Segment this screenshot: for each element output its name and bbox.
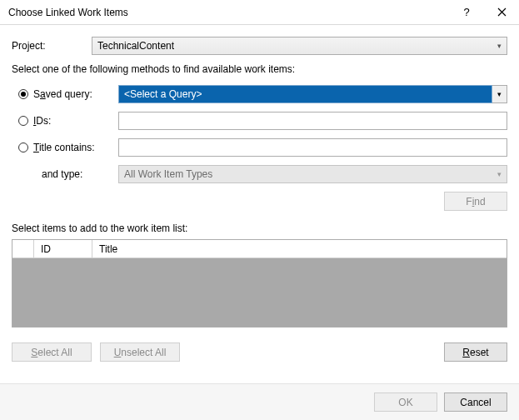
ids-radio[interactable] — [18, 116, 28, 126]
type-value: All Work Item Types — [124, 168, 212, 180]
saved-query-label: Saved query: — [33, 88, 92, 100]
project-label: Project: — [12, 40, 92, 52]
window-title: Choose Linked Work Items — [8, 7, 449, 18]
ids-label: IDs: — [33, 115, 51, 127]
saved-query-row: Saved query: <Select a Query> ▾ — [12, 85, 507, 103]
titlebar: Choose Linked Work Items ? — [0, 0, 519, 25]
project-row: Project: TechnicalContent ▾ — [12, 37, 507, 55]
chevron-down-icon: ▾ — [497, 42, 502, 50]
dialog-content: Project: TechnicalContent ▾ Select one o… — [0, 25, 519, 380]
ids-row: IDs: — [12, 112, 507, 130]
type-label: and type: — [12, 168, 118, 180]
results-grid[interactable]: ID Title — [12, 239, 507, 328]
type-select: All Work Item Types ▾ — [118, 165, 507, 183]
grid-header: ID Title — [12, 240, 507, 258]
find-button[interactable]: Find — [444, 192, 507, 211]
title-contains-row: Title contains: — [12, 138, 507, 157]
saved-query-value: <Select a Query> — [124, 88, 202, 100]
grid-col-id[interactable]: ID — [34, 240, 92, 258]
help-button[interactable]: ? — [449, 0, 484, 25]
close-icon — [497, 8, 507, 17]
instruction-text: Select one of the following methods to f… — [12, 63, 507, 75]
ids-field[interactable] — [118, 112, 507, 130]
grid-col-select[interactable] — [12, 240, 34, 258]
chevron-down-icon: ▾ — [492, 85, 507, 103]
saved-query-radio[interactable] — [18, 89, 28, 99]
chevron-down-icon: ▾ — [497, 170, 502, 178]
cancel-button[interactable]: Cancel — [444, 392, 507, 412]
unselect-all-button[interactable]: Unselect All — [100, 342, 180, 362]
title-contains-radio[interactable] — [18, 142, 28, 152]
title-contains-label: Title contains: — [33, 142, 95, 153]
project-select[interactable]: TechnicalContent ▾ — [92, 37, 507, 55]
select-items-label: Select items to add to the work item lis… — [12, 222, 507, 234]
type-row: and type: All Work Item Types ▾ — [12, 165, 507, 183]
reset-button[interactable]: Reset — [444, 342, 507, 362]
close-button[interactable] — [484, 0, 519, 25]
select-all-button[interactable]: Select All — [12, 342, 92, 362]
ok-button[interactable]: OK — [374, 392, 437, 412]
dialog-footer: OK Cancel — [0, 383, 519, 420]
grid-body — [12, 258, 507, 327]
title-contains-field[interactable] — [118, 138, 507, 157]
saved-query-select[interactable]: <Select a Query> ▾ — [118, 85, 507, 103]
project-value: TechnicalContent — [97, 40, 174, 52]
grid-col-title[interactable]: Title — [92, 240, 507, 258]
